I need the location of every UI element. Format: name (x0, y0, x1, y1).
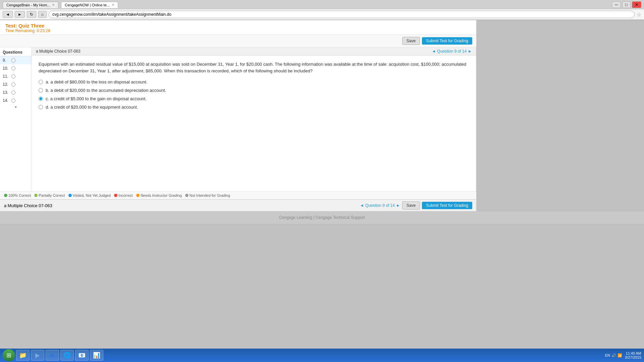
bottom-submit-button[interactable]: Submit Test for Grading (422, 202, 472, 209)
legend-instructor-dot (136, 194, 140, 197)
browser-chrome: CengageBrain - My Hom... ✕ CengageNOW | … (0, 0, 644, 20)
sidebar-item-13[interactable]: 13. (0, 88, 32, 97)
tab-2[interactable]: CengageNOW | Online te... ✕ (61, 2, 118, 8)
choice-c[interactable]: c. a credit of $5,000 to the gain on dis… (39, 96, 469, 101)
top-toolbar: Save Submit Test for Grading (0, 35, 476, 47)
legend-bar: 100% Correct Partially Correct Visited, … (0, 191, 476, 199)
back-button[interactable]: ◄ (3, 11, 13, 18)
top-save-button[interactable]: Save (402, 37, 420, 45)
sidebar-item-9[interactable]: 9. (0, 56, 32, 64)
bottom-question-label: a Multiple Choice 07-063 (4, 203, 52, 208)
minimize-button[interactable]: ─ (612, 1, 621, 8)
legend-instructor: Needs Instructor Grading (136, 193, 182, 197)
legend-correct-dot (4, 194, 7, 197)
nav-prev-icon[interactable]: ◄ (432, 49, 436, 54)
choices: a. a debit of $80,000 to the loss on dis… (39, 79, 469, 110)
choice-d[interactable]: d. a credit of $20,000 to the equipment … (39, 105, 469, 110)
footer-support-link[interactable]: Cengage Technical Support (316, 215, 365, 220)
legend-visited-dot (68, 194, 72, 197)
question-nav-text: Question 9 of 14 (437, 49, 467, 54)
test-header: Test: Quiz Three Time Remaining: 0:23:28 (0, 20, 476, 35)
q-num-10: 10. (3, 66, 9, 71)
home-button[interactable]: ⌂ (38, 11, 47, 18)
question-nav: ◄ Question 9 of 14 ► (432, 49, 472, 54)
question-text: Equipment with an estimated residual val… (39, 61, 469, 74)
question-area: a Multiple Choice 07-063 ◄ Question 9 of… (32, 47, 476, 191)
nav-bar: ◄ ► ↻ ⌂ ☆ (0, 9, 644, 20)
test-title: Test: Quiz Three (5, 23, 471, 28)
nav-next-icon[interactable]: ► (468, 49, 472, 54)
sidebar-scroll-down[interactable]: ▼ (0, 105, 32, 110)
bottom-toolbar: a Multiple Choice 07-063 ◄ Question 9 of… (0, 199, 476, 211)
choice-c-text: c. a credit of $5,000 to the gain on dis… (46, 96, 147, 101)
question-body: Equipment with an estimated residual val… (32, 56, 476, 115)
title-bar: CengageBrain - My Hom... ✕ CengageNOW | … (0, 0, 644, 9)
sidebar-item-12[interactable]: 12. (0, 80, 32, 88)
q-num-12: 12. (3, 82, 9, 87)
legend-incorrect-dot (114, 194, 117, 197)
q-num-9: 9. (3, 58, 9, 63)
choice-a-text: a. a debit of $80,000 to the loss on dis… (46, 79, 148, 84)
bookmark-icon[interactable]: ☆ (637, 11, 641, 18)
url-bar[interactable] (49, 11, 635, 18)
bottom-question-info: a Multiple Choice 07-063 (4, 203, 52, 208)
close-button[interactable]: ✕ (632, 1, 641, 8)
legend-not-graded: Not Intended for Grading (185, 193, 230, 197)
choice-b[interactable]: b. a debit of $20,000 to the accumulated… (39, 88, 469, 93)
page-footer: Cengage Learning | Cengage Technical Sup… (0, 211, 644, 224)
tab-1[interactable]: CengageBrain - My Hom... ✕ (3, 2, 58, 8)
legend-correct: 100% Correct (4, 193, 31, 197)
sidebar-item-14[interactable]: 14. (0, 97, 32, 105)
refresh-button[interactable]: ↻ (27, 11, 36, 18)
legend-correct-label: 100% Correct (8, 193, 31, 197)
q-radio-12 (11, 82, 15, 86)
legend-incorrect: Incorrect (114, 193, 133, 197)
q-num-13: 13. (3, 90, 9, 95)
sidebar-header: Questions (0, 49, 32, 56)
radio-b[interactable] (39, 88, 43, 93)
legend-not-graded-label: Not Intended for Grading (190, 193, 230, 197)
q-num-14: 14. (3, 98, 9, 103)
q-radio-11 (11, 74, 15, 78)
question-label: a Multiple Choice 07-063 (36, 49, 80, 54)
legend-visited: Visited, Not Yet Judged (68, 193, 111, 197)
legend-not-graded-dot (185, 194, 189, 197)
sidebar: Questions 9. 10. 11. 12. 13. 1 (0, 47, 32, 191)
page-content: Test: Quiz Three Time Remaining: 0:23:28… (0, 20, 476, 211)
q-radio-14 (11, 99, 15, 103)
legend-instructor-label: Needs Instructor Grading (141, 193, 182, 197)
forward-button[interactable]: ► (15, 11, 25, 18)
top-submit-button[interactable]: Submit Test for Grading (422, 37, 472, 45)
radio-a[interactable] (39, 80, 43, 84)
choice-a[interactable]: a. a debit of $80,000 to the loss on dis… (39, 79, 469, 84)
bottom-nav-text: Question 9 of 14 (365, 203, 395, 208)
bottom-nav-prev[interactable]: ◄ (360, 203, 364, 208)
sidebar-item-11[interactable]: 11. (0, 72, 32, 80)
tab-2-label: CengageNOW | Online te... (65, 3, 110, 7)
choice-d-text: d. a credit of $20,000 to the equipment … (46, 105, 138, 110)
legend-partial-label: Partially Correct (39, 193, 65, 197)
legend-visited-label: Visited, Not Yet Judged (73, 193, 111, 197)
legend-partial: Partially Correct (34, 193, 65, 197)
radio-c[interactable] (39, 97, 43, 101)
tab-1-close[interactable]: ✕ (52, 3, 55, 7)
bottom-right: ◄ Question 9 of 14 ► Save Submit Test fo… (360, 201, 472, 209)
tab-1-label: CengageBrain - My Hom... (6, 3, 50, 7)
choice-b-text: b. a debit of $20,000 to the accumulated… (46, 88, 166, 93)
legend-incorrect-label: Incorrect (118, 193, 133, 197)
main-layout: Questions 9. 10. 11. 12. 13. 1 (0, 47, 476, 191)
q-radio-9 (11, 58, 15, 62)
bottom-nav-next[interactable]: ► (396, 203, 400, 208)
q-radio-10 (11, 66, 15, 70)
question-header-bar: a Multiple Choice 07-063 ◄ Question 9 of… (32, 47, 476, 56)
bottom-question-nav: ◄ Question 9 of 14 ► (360, 203, 400, 208)
bottom-save-button[interactable]: Save (402, 201, 420, 209)
radio-d[interactable] (39, 105, 43, 109)
time-remaining: Time Remaining: 0:23:28 (5, 28, 471, 33)
maximize-button[interactable]: □ (622, 1, 631, 8)
q-radio-13 (11, 90, 15, 95)
tab-2-close[interactable]: ✕ (112, 3, 114, 7)
q-num-11: 11. (3, 74, 9, 79)
sidebar-item-10[interactable]: 10. (0, 64, 32, 72)
footer-cengage-link[interactable]: Cengage Learning (279, 215, 312, 220)
